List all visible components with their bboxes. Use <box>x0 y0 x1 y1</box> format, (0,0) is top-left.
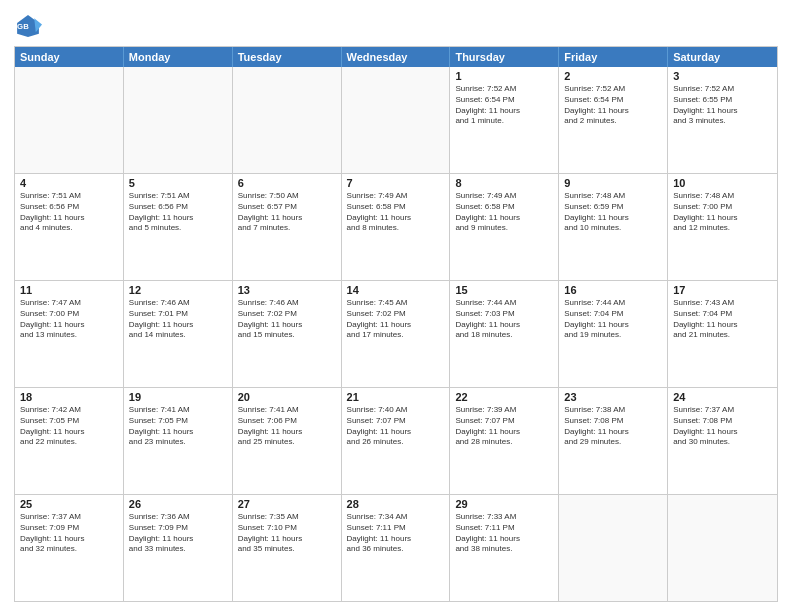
day-number: 3 <box>673 70 772 82</box>
day-info: Sunrise: 7:40 AM Sunset: 7:07 PM Dayligh… <box>347 405 445 448</box>
day-number: 26 <box>129 498 227 510</box>
day-number: 2 <box>564 70 662 82</box>
calendar-cell: 20Sunrise: 7:41 AM Sunset: 7:06 PM Dayli… <box>233 388 342 494</box>
calendar-cell <box>15 67 124 173</box>
day-number: 27 <box>238 498 336 510</box>
calendar-cell: 13Sunrise: 7:46 AM Sunset: 7:02 PM Dayli… <box>233 281 342 387</box>
calendar-cell: 25Sunrise: 7:37 AM Sunset: 7:09 PM Dayli… <box>15 495 124 601</box>
calendar-cell: 29Sunrise: 7:33 AM Sunset: 7:11 PM Dayli… <box>450 495 559 601</box>
day-info: Sunrise: 7:49 AM Sunset: 6:58 PM Dayligh… <box>455 191 553 234</box>
day-number: 21 <box>347 391 445 403</box>
day-info: Sunrise: 7:44 AM Sunset: 7:04 PM Dayligh… <box>564 298 662 341</box>
calendar-cell: 23Sunrise: 7:38 AM Sunset: 7:08 PM Dayli… <box>559 388 668 494</box>
header-day-saturday: Saturday <box>668 47 777 67</box>
day-number: 29 <box>455 498 553 510</box>
calendar-cell <box>233 67 342 173</box>
calendar-cell: 6Sunrise: 7:50 AM Sunset: 6:57 PM Daylig… <box>233 174 342 280</box>
calendar-cell: 15Sunrise: 7:44 AM Sunset: 7:03 PM Dayli… <box>450 281 559 387</box>
logo: GB <box>14 12 46 40</box>
calendar-cell: 24Sunrise: 7:37 AM Sunset: 7:08 PM Dayli… <box>668 388 777 494</box>
day-number: 9 <box>564 177 662 189</box>
day-number: 24 <box>673 391 772 403</box>
day-number: 4 <box>20 177 118 189</box>
day-info: Sunrise: 7:50 AM Sunset: 6:57 PM Dayligh… <box>238 191 336 234</box>
day-info: Sunrise: 7:44 AM Sunset: 7:03 PM Dayligh… <box>455 298 553 341</box>
calendar-cell: 5Sunrise: 7:51 AM Sunset: 6:56 PM Daylig… <box>124 174 233 280</box>
day-info: Sunrise: 7:38 AM Sunset: 7:08 PM Dayligh… <box>564 405 662 448</box>
logo-icon: GB <box>14 12 42 40</box>
calendar-cell <box>668 495 777 601</box>
calendar-cell: 26Sunrise: 7:36 AM Sunset: 7:09 PM Dayli… <box>124 495 233 601</box>
day-number: 7 <box>347 177 445 189</box>
calendar-cell: 7Sunrise: 7:49 AM Sunset: 6:58 PM Daylig… <box>342 174 451 280</box>
day-number: 28 <box>347 498 445 510</box>
day-number: 17 <box>673 284 772 296</box>
day-info: Sunrise: 7:48 AM Sunset: 6:59 PM Dayligh… <box>564 191 662 234</box>
day-number: 20 <box>238 391 336 403</box>
calendar-cell: 11Sunrise: 7:47 AM Sunset: 7:00 PM Dayli… <box>15 281 124 387</box>
day-number: 22 <box>455 391 553 403</box>
calendar-header: SundayMondayTuesdayWednesdayThursdayFrid… <box>15 47 777 67</box>
calendar-cell: 16Sunrise: 7:44 AM Sunset: 7:04 PM Dayli… <box>559 281 668 387</box>
calendar: SundayMondayTuesdayWednesdayThursdayFrid… <box>14 46 778 602</box>
day-info: Sunrise: 7:34 AM Sunset: 7:11 PM Dayligh… <box>347 512 445 555</box>
calendar-row-4: 25Sunrise: 7:37 AM Sunset: 7:09 PM Dayli… <box>15 494 777 601</box>
day-info: Sunrise: 7:41 AM Sunset: 7:06 PM Dayligh… <box>238 405 336 448</box>
calendar-cell: 1Sunrise: 7:52 AM Sunset: 6:54 PM Daylig… <box>450 67 559 173</box>
day-number: 18 <box>20 391 118 403</box>
header-day-tuesday: Tuesday <box>233 47 342 67</box>
day-info: Sunrise: 7:33 AM Sunset: 7:11 PM Dayligh… <box>455 512 553 555</box>
svg-text:GB: GB <box>17 22 29 31</box>
calendar-row-2: 11Sunrise: 7:47 AM Sunset: 7:00 PM Dayli… <box>15 280 777 387</box>
day-number: 14 <box>347 284 445 296</box>
day-number: 6 <box>238 177 336 189</box>
day-info: Sunrise: 7:35 AM Sunset: 7:10 PM Dayligh… <box>238 512 336 555</box>
day-number: 15 <box>455 284 553 296</box>
day-info: Sunrise: 7:46 AM Sunset: 7:01 PM Dayligh… <box>129 298 227 341</box>
calendar-cell: 27Sunrise: 7:35 AM Sunset: 7:10 PM Dayli… <box>233 495 342 601</box>
day-info: Sunrise: 7:52 AM Sunset: 6:54 PM Dayligh… <box>564 84 662 127</box>
calendar-cell: 2Sunrise: 7:52 AM Sunset: 6:54 PM Daylig… <box>559 67 668 173</box>
calendar-cell: 18Sunrise: 7:42 AM Sunset: 7:05 PM Dayli… <box>15 388 124 494</box>
day-info: Sunrise: 7:52 AM Sunset: 6:54 PM Dayligh… <box>455 84 553 127</box>
day-number: 1 <box>455 70 553 82</box>
day-info: Sunrise: 7:45 AM Sunset: 7:02 PM Dayligh… <box>347 298 445 341</box>
header-day-thursday: Thursday <box>450 47 559 67</box>
calendar-cell: 3Sunrise: 7:52 AM Sunset: 6:55 PM Daylig… <box>668 67 777 173</box>
calendar-cell <box>342 67 451 173</box>
day-info: Sunrise: 7:51 AM Sunset: 6:56 PM Dayligh… <box>20 191 118 234</box>
calendar-cell: 9Sunrise: 7:48 AM Sunset: 6:59 PM Daylig… <box>559 174 668 280</box>
calendar-cell <box>124 67 233 173</box>
day-number: 5 <box>129 177 227 189</box>
header-day-wednesday: Wednesday <box>342 47 451 67</box>
calendar-cell: 10Sunrise: 7:48 AM Sunset: 7:00 PM Dayli… <box>668 174 777 280</box>
day-number: 25 <box>20 498 118 510</box>
calendar-cell: 8Sunrise: 7:49 AM Sunset: 6:58 PM Daylig… <box>450 174 559 280</box>
day-number: 11 <box>20 284 118 296</box>
calendar-cell: 12Sunrise: 7:46 AM Sunset: 7:01 PM Dayli… <box>124 281 233 387</box>
calendar-row-0: 1Sunrise: 7:52 AM Sunset: 6:54 PM Daylig… <box>15 67 777 173</box>
day-info: Sunrise: 7:49 AM Sunset: 6:58 PM Dayligh… <box>347 191 445 234</box>
calendar-cell: 28Sunrise: 7:34 AM Sunset: 7:11 PM Dayli… <box>342 495 451 601</box>
day-info: Sunrise: 7:41 AM Sunset: 7:05 PM Dayligh… <box>129 405 227 448</box>
day-info: Sunrise: 7:52 AM Sunset: 6:55 PM Dayligh… <box>673 84 772 127</box>
day-info: Sunrise: 7:36 AM Sunset: 7:09 PM Dayligh… <box>129 512 227 555</box>
calendar-row-3: 18Sunrise: 7:42 AM Sunset: 7:05 PM Dayli… <box>15 387 777 494</box>
calendar-cell: 22Sunrise: 7:39 AM Sunset: 7:07 PM Dayli… <box>450 388 559 494</box>
day-number: 10 <box>673 177 772 189</box>
calendar-cell: 21Sunrise: 7:40 AM Sunset: 7:07 PM Dayli… <box>342 388 451 494</box>
day-info: Sunrise: 7:51 AM Sunset: 6:56 PM Dayligh… <box>129 191 227 234</box>
day-number: 8 <box>455 177 553 189</box>
day-info: Sunrise: 7:37 AM Sunset: 7:09 PM Dayligh… <box>20 512 118 555</box>
day-number: 23 <box>564 391 662 403</box>
day-number: 13 <box>238 284 336 296</box>
calendar-cell: 14Sunrise: 7:45 AM Sunset: 7:02 PM Dayli… <box>342 281 451 387</box>
day-info: Sunrise: 7:48 AM Sunset: 7:00 PM Dayligh… <box>673 191 772 234</box>
day-number: 16 <box>564 284 662 296</box>
calendar-body: 1Sunrise: 7:52 AM Sunset: 6:54 PM Daylig… <box>15 67 777 601</box>
calendar-cell: 19Sunrise: 7:41 AM Sunset: 7:05 PM Dayli… <box>124 388 233 494</box>
calendar-cell <box>559 495 668 601</box>
day-info: Sunrise: 7:42 AM Sunset: 7:05 PM Dayligh… <box>20 405 118 448</box>
day-info: Sunrise: 7:37 AM Sunset: 7:08 PM Dayligh… <box>673 405 772 448</box>
calendar-cell: 17Sunrise: 7:43 AM Sunset: 7:04 PM Dayli… <box>668 281 777 387</box>
